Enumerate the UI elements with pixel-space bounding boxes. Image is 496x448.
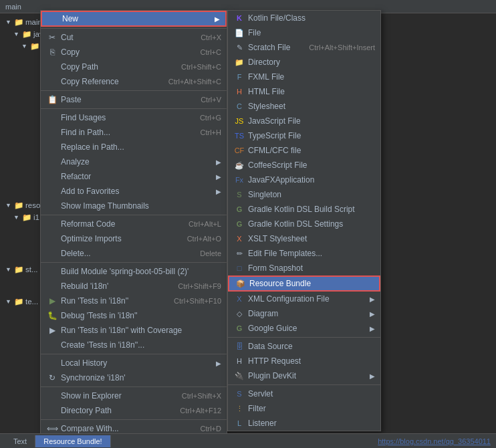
submenu-item-file[interactable]: 📄 File [228, 25, 380, 40]
menu-item-find-path[interactable]: Find in Path... Ctrl+H [41, 125, 227, 140]
menu-item-reformat[interactable]: Reformat Code Ctrl+Alt+L [41, 217, 227, 231]
menu-item-paste[interactable]: 📋 Paste Ctrl+V [41, 92, 227, 107]
submenu-item-servlet[interactable]: S Servlet [228, 386, 380, 401]
menu-item-optimize[interactable]: Optimize Imports Ctrl+Alt+O [41, 231, 227, 246]
menu-debug-tests-label: Debug 'Tests in 'i18n'' [61, 311, 138, 320]
submenu-item-fxml[interactable]: F FXML File [228, 70, 380, 84]
menu-item-run-tests[interactable]: ▶ Run 'Tests in 'i18n'' Ctrl+Shift+F10 [41, 294, 227, 308]
tree-arrow: ▼ [5, 298, 13, 305]
submenu-item-kotlin[interactable]: K Kotlin File/Class [228, 11, 380, 25]
submenu-item-datasource[interactable]: 🗄 Data Source [228, 339, 380, 354]
submenu-item-guice[interactable]: G Google Guice ▶ [228, 321, 380, 336]
menu-find-path-label: Find in Path... [61, 128, 110, 137]
submenu-item-singleton[interactable]: S Singleton [228, 187, 380, 202]
submenu-item-http[interactable]: H HTTP Request [228, 354, 380, 368]
menu-item-copy-path[interactable]: Copy Path Ctrl+Shift+C [41, 60, 227, 74]
submenu-item-edit-templates[interactable]: ✏ Edit File Templates... [228, 246, 380, 261]
status-tab-text[interactable]: Text [5, 435, 35, 447]
submenu-item-css[interactable]: C Stylesheet [228, 99, 380, 114]
submenu-item-diagram[interactable]: ◇ Diagram ▶ [228, 306, 380, 321]
submenu-item-form-snapshot[interactable]: □ Form Snapshot [228, 261, 380, 275]
datasource-icon: 🗄 [233, 342, 245, 350]
menu-item-new[interactable]: New ▶ [41, 11, 227, 27]
status-bar: Text Resource Bundle! https://blog.csdn.… [0, 433, 496, 448]
gradle-settings-icon: G [233, 220, 245, 228]
submenu-item-dir[interactable]: 📁 Directory [228, 55, 380, 70]
menu-item-show-explorer[interactable]: Show in Explorer Ctrl+Shift+X [41, 388, 227, 403]
submenu-item-coffee[interactable]: ☕ CoffeeScript File [228, 158, 380, 173]
copy-path-shortcut: Ctrl+Shift+C [181, 63, 221, 71]
xslt-icon: X [233, 235, 245, 243]
submenu-separator-1 [228, 337, 380, 338]
delete-shortcut: Delete [200, 249, 221, 257]
submenu-arrow-icon: ▶ [215, 15, 220, 23]
menu-item-rebuild[interactable]: Rebuild 'i18n' Ctrl+Shift+F9 [41, 279, 227, 294]
show-explorer-shortcut: Ctrl+Shift+X [182, 392, 221, 400]
submenu-item-html[interactable]: H HTML File [228, 84, 380, 99]
tree-arrow: ▼ [13, 31, 21, 37]
submenu-item-js[interactable]: JS JavaScript File [228, 114, 380, 128]
menu-paste-label: Paste [61, 95, 82, 104]
status-url[interactable]: https://blog.csdn.net/qq_36354011 [378, 437, 491, 445]
menu-item-local-history[interactable]: Local History ▶ [41, 356, 227, 370]
submenu-item-xml-config[interactable]: X XML Configuration File ▶ [228, 292, 380, 306]
submenu-scratch-label: Scratch File [248, 43, 290, 52]
menu-copy-ref-label: Copy Reference [61, 77, 119, 86]
submenu-gradle-settings-label: Gradle Kotlin DSL Settings [248, 219, 343, 229]
submenu-item-cfml[interactable]: CF CFML/CFC file [228, 143, 380, 158]
menu-item-cut[interactable]: ✂ Cut Ctrl+X [41, 30, 227, 45]
submenu-item-xslt[interactable]: X XSLT Stylesheet [228, 231, 380, 246]
menu-item-debug-tests[interactable]: 🐛 Debug 'Tests in 'i18n'' [41, 308, 227, 323]
title-text: main [5, 3, 21, 11]
folder-icon: 📁 [13, 265, 24, 274]
menu-item-favorites[interactable]: Add to Favorites ▶ [41, 184, 227, 199]
submenu-guice-label: Google Guice [248, 324, 297, 333]
menu-item-create-tests[interactable]: Create 'Tests in 'i18n''... [41, 338, 227, 352]
tree-label: te... [25, 298, 38, 306]
submenu-separator-2 [228, 384, 380, 385]
menu-item-dir-path[interactable]: Directory Path Ctrl+Alt+F12 [41, 403, 227, 418]
http-icon: H [233, 357, 245, 365]
menu-item-sync[interactable]: ↻ Synchronize 'i18n' [41, 370, 227, 385]
submenu-css-label: Stylesheet [248, 102, 285, 111]
diagram-arrow-icon: ▶ [370, 310, 375, 318]
submenu-ts-label: TypeScript File [248, 131, 301, 140]
submenu-item-scratch[interactable]: ✎ Scratch File Ctrl+Alt+Shift+Insert [228, 40, 380, 55]
submenu-item-javafx[interactable]: Fx JavaFXApplication [228, 173, 380, 187]
menu-item-delete[interactable]: Delete... Delete [41, 246, 227, 261]
kotlin-icon: K [233, 14, 245, 22]
submenu-item-filter[interactable]: ⋮ Filter [228, 401, 380, 416]
separator-4 [41, 215, 227, 215]
scratch-shortcut: Ctrl+Alt+Shift+Insert [309, 43, 375, 51]
menu-reformat-label: Reformat Code [61, 219, 115, 229]
status-tab-resource-bundle[interactable]: Resource Bundle! [35, 435, 110, 447]
menu-item-copy-ref[interactable]: Copy Reference Ctrl+Alt+Shift+C [41, 74, 227, 89]
menu-item-run-coverage[interactable]: ▶ Run 'Tests in 'i18n'' with Coverage [41, 323, 227, 338]
submenu-item-gradle-build[interactable]: G Gradle Kotlin DSL Build Script [228, 202, 380, 217]
menu-item-analyze[interactable]: Analyze ▶ [41, 154, 227, 169]
menu-item-copy[interactable]: ⎘ Copy Ctrl+C [41, 45, 227, 60]
menu-build-label: Build Module 'spring-boot-05-bill (2)' [61, 267, 189, 276]
submenu-servlet-label: Servlet [248, 389, 273, 399]
submenu-item-gradle-settings[interactable]: G Gradle Kotlin DSL Settings [228, 217, 380, 231]
submenu-fxml-label: FXML File [248, 72, 284, 82]
menu-item-thumbnails[interactable]: Show Image Thumbnails [41, 199, 227, 213]
local-history-arrow-icon: ▶ [216, 360, 221, 367]
submenu-http-label: HTTP Request [248, 356, 301, 366]
menu-analyze-label: Analyze [61, 157, 90, 166]
menu-item-build[interactable]: Build Module 'spring-boot-05-bill (2)' [41, 264, 227, 279]
menu-item-replace[interactable]: Replace in Path... [41, 140, 227, 154]
filter-icon: ⋮ [233, 405, 245, 413]
submenu-item-listener[interactable]: L Listener [228, 416, 380, 431]
submenu-item-plugin[interactable]: 🔌 Plugin DevKit ▶ [228, 368, 380, 383]
submenu-item-ts[interactable]: TS TypeScript File [228, 128, 380, 143]
paste-icon: 📋 [46, 95, 58, 104]
menu-local-history-label: Local History [61, 358, 107, 368]
menu-item-refactor[interactable]: Refactor ▶ [41, 169, 227, 184]
submenu-item-resource-bundle[interactable]: 📦 Resource Bundle [228, 275, 380, 292]
separator-7 [41, 386, 227, 387]
menu-refactor-label: Refactor [61, 172, 91, 181]
copy-ref-shortcut: Ctrl+Alt+Shift+C [168, 78, 221, 86]
menu-item-find-usages[interactable]: Find Usages Ctrl+G [41, 110, 227, 125]
submenu-resource-bundle-label: Resource Bundle [249, 279, 311, 288]
